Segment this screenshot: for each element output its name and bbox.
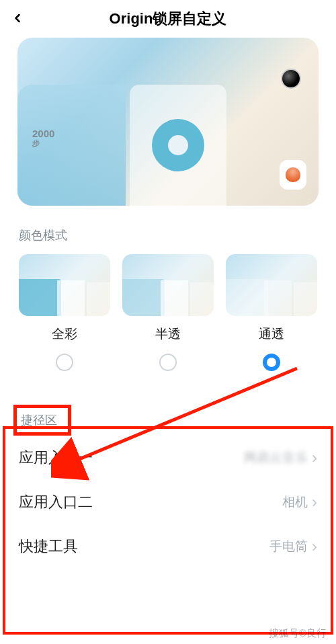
shortcut-tool-label: 快捷工具 xyxy=(19,536,78,557)
color-mode-half-label: 半透 xyxy=(155,325,181,343)
camera-lens-icon xyxy=(281,69,301,89)
steps-readout: 2000 步 xyxy=(32,128,54,147)
shortcut-entry-1[interactable]: 应用入口一 网易云音乐 › xyxy=(13,436,323,480)
preview-app-icon xyxy=(280,160,306,190)
color-mode-half-thumb xyxy=(122,254,214,316)
shortcut-section: 捷径区 应用入口一 网易云音乐 › 应用入口二 相机 › 快捷工具 手电筒 › xyxy=(0,398,336,569)
shortcut-entry-2-value: 相机 xyxy=(282,493,308,511)
shortcut-tool-value: 手电筒 xyxy=(269,538,308,555)
color-mode-options: 全彩 半透 通透 xyxy=(0,254,336,371)
chevron-right-icon: › xyxy=(312,448,317,467)
steps-unit: 步 xyxy=(32,140,54,147)
chevron-right-icon: › xyxy=(312,493,317,512)
color-mode-clear-label: 通透 xyxy=(259,325,284,343)
preview-right-panel xyxy=(226,85,319,206)
color-mode-full-radio[interactable] xyxy=(56,354,73,371)
shortcut-entry-1-value: 网易云音乐 xyxy=(244,449,308,467)
color-mode-half[interactable]: 半透 xyxy=(122,254,214,371)
shortcut-section-title: 捷径区 xyxy=(13,405,71,436)
page-title: Origin锁屏自定义 xyxy=(110,9,227,29)
color-mode-clear-radio[interactable] xyxy=(263,354,280,371)
back-button[interactable] xyxy=(11,9,24,30)
lockscreen-preview: 2000 步 xyxy=(17,38,319,206)
shortcut-tool[interactable]: 快捷工具 手电筒 › xyxy=(13,524,323,569)
color-mode-full[interactable]: 全彩 xyxy=(19,254,110,371)
preview-ring-icon xyxy=(152,119,204,171)
shortcut-entry-2-label: 应用入口二 xyxy=(19,492,93,512)
chevron-right-icon: › xyxy=(312,537,317,556)
color-mode-half-radio[interactable] xyxy=(159,354,177,371)
header: Origin锁屏自定义 xyxy=(0,0,336,38)
watermark: 搜狐号©良行 xyxy=(269,627,327,640)
shortcut-entry-2[interactable]: 应用入口二 相机 › xyxy=(13,480,323,524)
color-mode-section-label: 颜色模式 xyxy=(0,206,336,254)
color-mode-clear[interactable]: 通透 xyxy=(226,254,317,371)
app-icon-glyph xyxy=(286,167,300,182)
steps-value: 2000 xyxy=(32,128,54,139)
preview-center-panel xyxy=(130,85,226,206)
color-mode-full-thumb xyxy=(19,254,110,316)
shortcut-entry-1-label: 应用入口一 xyxy=(19,448,93,468)
color-mode-clear-thumb xyxy=(226,254,317,316)
section-divider xyxy=(0,390,336,398)
color-mode-full-label: 全彩 xyxy=(52,325,77,343)
